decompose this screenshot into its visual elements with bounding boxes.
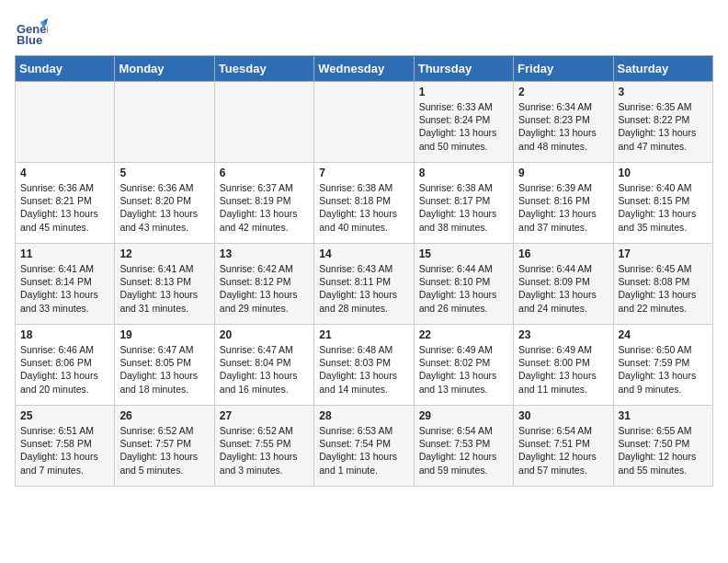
day-number: 21 <box>319 328 408 341</box>
day-info: Sunrise: 6:52 AM <box>220 424 309 437</box>
day-info: Sunrise: 6:48 AM <box>319 343 408 356</box>
day-info: Sunset: 8:11 PM <box>319 275 408 288</box>
day-number: 28 <box>319 409 408 422</box>
day-info: Sunrise: 6:43 AM <box>319 262 408 275</box>
week-row-3: 11Sunrise: 6:41 AMSunset: 8:14 PMDayligh… <box>16 244 713 325</box>
day-info: Sunrise: 6:36 AM <box>20 181 109 194</box>
day-number: 9 <box>518 167 608 179</box>
day-info: Sunset: 8:12 PM <box>220 275 309 288</box>
day-info: Sunset: 8:16 PM <box>518 194 608 207</box>
day-cell: 19Sunrise: 6:47 AMSunset: 8:05 PMDayligh… <box>115 325 214 406</box>
day-info: Sunrise: 6:50 AM <box>619 343 708 356</box>
day-number: 12 <box>119 247 209 260</box>
day-cell: 9Sunrise: 6:39 AMSunset: 8:16 PMDaylight… <box>514 163 613 244</box>
calendar-body: 1Sunrise: 6:33 AMSunset: 8:24 PMDaylight… <box>16 82 713 487</box>
day-cell: 21Sunrise: 6:48 AMSunset: 8:03 PMDayligh… <box>314 325 414 406</box>
day-info: Sunrise: 6:54 AM <box>518 424 608 437</box>
day-info: Sunrise: 6:54 AM <box>419 424 508 437</box>
day-info: Sunset: 8:06 PM <box>20 356 109 369</box>
day-number: 26 <box>119 409 209 422</box>
day-info: Sunrise: 6:41 AM <box>119 262 209 275</box>
day-info: Daylight: 13 hours and 45 minutes. <box>20 207 109 233</box>
week-row-4: 18Sunrise: 6:46 AMSunset: 8:06 PMDayligh… <box>16 325 713 406</box>
day-info: Sunset: 8:17 PM <box>419 194 508 207</box>
day-cell: 26Sunrise: 6:52 AMSunset: 7:57 PMDayligh… <box>115 406 214 487</box>
day-info: Daylight: 13 hours and 18 minutes. <box>119 369 209 395</box>
day-info: Daylight: 13 hours and 20 minutes. <box>20 369 109 395</box>
day-number: 10 <box>619 167 708 179</box>
day-info: Daylight: 13 hours and 13 minutes. <box>419 369 508 395</box>
day-number: 14 <box>319 247 408 260</box>
day-info: Sunset: 7:58 PM <box>20 437 109 450</box>
day-cell: 6Sunrise: 6:37 AMSunset: 8:19 PMDaylight… <box>214 163 313 244</box>
day-info: Daylight: 13 hours and 40 minutes. <box>319 207 408 233</box>
day-info: Sunset: 8:00 PM <box>518 356 608 369</box>
day-info: Sunset: 8:20 PM <box>119 194 209 207</box>
day-number: 29 <box>419 409 508 422</box>
day-info: Sunset: 8:08 PM <box>619 275 708 288</box>
day-info: Daylight: 13 hours and 50 minutes. <box>419 126 508 152</box>
day-info: Sunrise: 6:53 AM <box>319 424 408 437</box>
day-number: 31 <box>619 409 708 422</box>
day-cell: 12Sunrise: 6:41 AMSunset: 8:13 PMDayligh… <box>115 244 214 325</box>
day-number: 27 <box>220 409 309 422</box>
day-info: Sunset: 7:53 PM <box>419 437 508 450</box>
day-info: Daylight: 13 hours and 38 minutes. <box>419 207 508 233</box>
day-info: Sunrise: 6:35 AM <box>619 100 708 113</box>
day-info: Daylight: 13 hours and 24 minutes. <box>518 288 608 314</box>
day-number: 30 <box>518 409 608 422</box>
week-row-1: 1Sunrise: 6:33 AMSunset: 8:24 PMDaylight… <box>16 82 713 163</box>
day-info: Sunset: 7:57 PM <box>119 437 209 450</box>
day-info: Daylight: 13 hours and 11 minutes. <box>518 369 608 395</box>
day-number: 22 <box>419 328 508 341</box>
day-cell: 3Sunrise: 6:35 AMSunset: 8:22 PMDaylight… <box>613 82 712 163</box>
day-info: Daylight: 13 hours and 1 minute. <box>319 450 408 476</box>
day-cell: 30Sunrise: 6:54 AMSunset: 7:51 PMDayligh… <box>514 406 613 487</box>
day-number: 19 <box>119 328 209 341</box>
day-number: 15 <box>419 247 508 260</box>
day-info: Sunset: 8:10 PM <box>419 275 508 288</box>
day-info: Sunrise: 6:49 AM <box>518 343 608 356</box>
day-info: Sunrise: 6:42 AM <box>220 262 309 275</box>
day-number: 20 <box>220 328 309 341</box>
header-cell-tuesday: Tuesday <box>214 56 313 82</box>
day-info: Sunset: 8:14 PM <box>20 275 109 288</box>
header-cell-thursday: Thursday <box>414 56 513 82</box>
day-info: Daylight: 13 hours and 3 minutes. <box>220 450 309 476</box>
day-cell: 18Sunrise: 6:46 AMSunset: 8:06 PMDayligh… <box>16 325 115 406</box>
day-info: Sunset: 8:03 PM <box>319 356 408 369</box>
day-cell: 10Sunrise: 6:40 AMSunset: 8:15 PMDayligh… <box>613 163 712 244</box>
day-info: Sunset: 7:51 PM <box>518 437 608 450</box>
day-info: Daylight: 13 hours and 33 minutes. <box>20 288 109 314</box>
day-info: Sunrise: 6:41 AM <box>20 262 109 275</box>
day-info: Sunset: 8:24 PM <box>419 113 508 126</box>
day-number: 3 <box>619 86 708 98</box>
day-info: Sunset: 7:50 PM <box>619 437 708 450</box>
day-info: Sunrise: 6:46 AM <box>20 343 109 356</box>
day-info: Sunrise: 6:47 AM <box>119 343 209 356</box>
day-cell: 20Sunrise: 6:47 AMSunset: 8:04 PMDayligh… <box>214 325 313 406</box>
day-info: Daylight: 13 hours and 7 minutes. <box>20 450 109 476</box>
day-cell: 24Sunrise: 6:50 AMSunset: 7:59 PMDayligh… <box>613 325 712 406</box>
day-info: Sunrise: 6:38 AM <box>319 181 408 194</box>
day-info: Sunset: 8:22 PM <box>619 113 708 126</box>
day-info: Sunset: 7:55 PM <box>220 437 309 450</box>
svg-text:Blue: Blue <box>17 33 42 47</box>
day-number: 11 <box>20 247 109 260</box>
day-info: Daylight: 12 hours and 55 minutes. <box>619 450 708 476</box>
day-info: Sunset: 8:23 PM <box>518 113 608 126</box>
day-info: Daylight: 13 hours and 31 minutes. <box>119 288 209 314</box>
day-info: Sunset: 7:59 PM <box>619 356 708 369</box>
day-info: Sunrise: 6:38 AM <box>419 181 508 194</box>
day-cell: 23Sunrise: 6:49 AMSunset: 8:00 PMDayligh… <box>514 325 613 406</box>
day-info: Daylight: 13 hours and 22 minutes. <box>619 288 708 314</box>
header-cell-wednesday: Wednesday <box>314 56 414 82</box>
day-cell: 16Sunrise: 6:44 AMSunset: 8:09 PMDayligh… <box>514 244 613 325</box>
day-number: 1 <box>419 86 508 98</box>
day-cell: 7Sunrise: 6:38 AMSunset: 8:18 PMDaylight… <box>314 163 414 244</box>
day-number: 17 <box>619 247 708 260</box>
day-number: 6 <box>220 167 309 179</box>
day-cell: 28Sunrise: 6:53 AMSunset: 7:54 PMDayligh… <box>314 406 414 487</box>
day-info: Daylight: 13 hours and 26 minutes. <box>419 288 508 314</box>
header-cell-saturday: Saturday <box>613 56 712 82</box>
